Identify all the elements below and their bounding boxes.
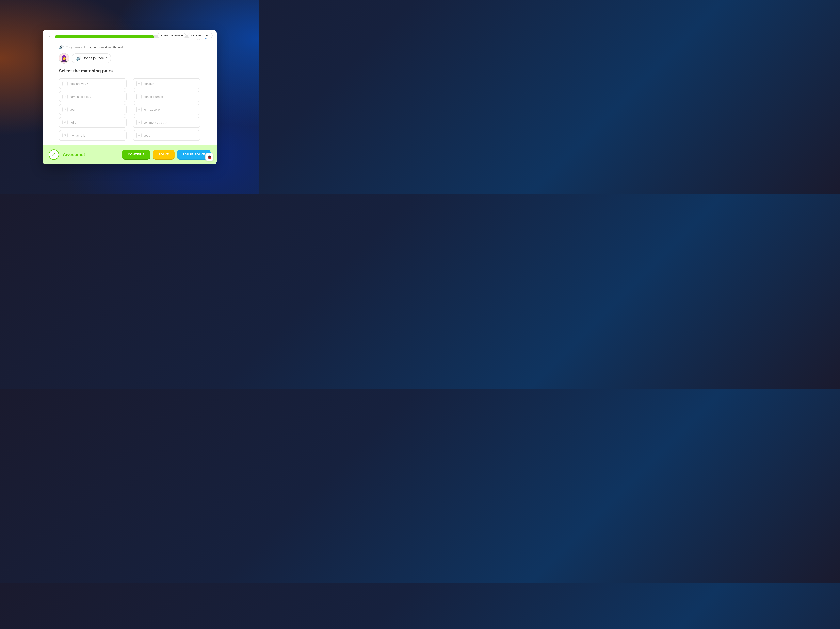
pair-text-5: my name is xyxy=(69,134,85,137)
feedback-section: ✓ Awesome! xyxy=(49,149,85,160)
check-circle: ✓ xyxy=(49,149,59,160)
close-button[interactable]: × xyxy=(47,34,52,39)
pair-num-8: 8 xyxy=(136,107,142,112)
pair-num-1: 1 xyxy=(62,81,68,86)
pair-item-9[interactable]: 9 comment ça va ? xyxy=(133,117,201,128)
pair-text-0: vous xyxy=(144,134,150,137)
narration-text: Eddy panics, turns, and runs down the ai… xyxy=(66,45,125,49)
pair-text-7: bonne journée xyxy=(144,95,163,98)
pair-num-7: 7 xyxy=(136,94,142,99)
pair-num-3: 3 xyxy=(62,107,68,112)
quiz-modal: × ◀ 💙 ∞ 3 Lessons Solved 3 Lessons Left … xyxy=(43,30,217,164)
bug-report-button[interactable]: 🐞 xyxy=(205,153,213,161)
pair-num-2: 2 xyxy=(62,94,68,99)
lessons-solved-badge: 3 Lessons Solved xyxy=(157,33,186,38)
pair-item-5[interactable]: 5 my name is xyxy=(59,130,126,141)
pair-num-5: 5 xyxy=(62,133,68,138)
avatar: 🧕 xyxy=(59,53,69,63)
pair-item-1[interactable]: 1 how are you? xyxy=(59,78,126,89)
solve-button[interactable]: SOLVE xyxy=(153,150,175,160)
lessons-badges: 3 Lessons Solved 3 Lessons Left xyxy=(157,33,213,38)
speech-bubble[interactable]: 🔊 Bonne journée ? xyxy=(72,54,111,63)
pair-item-7[interactable]: 7 bonne journée xyxy=(133,91,201,102)
pair-text-4: hello xyxy=(69,121,76,124)
pair-num-9: 9 xyxy=(136,120,142,125)
pair-item-2[interactable]: 2 have a nice day xyxy=(59,91,126,102)
character-row: 🧕 🔊 Bonne journée ? xyxy=(59,53,201,63)
instruction-text: Select the matching pairs xyxy=(59,68,201,74)
modal-footer: ✓ Awesome! CONTINUE SOLVE PAUSE SOLVE xyxy=(43,145,217,164)
modal-header: × ◀ 💙 ∞ 3 Lessons Solved 3 Lessons Left xyxy=(43,30,217,43)
modal-body: 🔊 Eddy panics, turns, and runs down the … xyxy=(43,43,217,145)
pair-text-2: have a nice day xyxy=(69,95,91,98)
pair-text-3: you xyxy=(69,108,74,111)
pair-item-6[interactable]: 6 bonjour xyxy=(133,78,201,89)
narration-row: 🔊 Eddy panics, turns, and runs down the … xyxy=(59,44,201,49)
progress-bar-fill xyxy=(55,35,154,38)
pair-item-4[interactable]: 4 hello xyxy=(59,117,126,128)
pair-text-8: je m'appelle xyxy=(144,108,160,111)
pair-num-4: 4 xyxy=(62,120,68,125)
bubble-text: Bonne journée ? xyxy=(83,57,106,60)
pair-text-9: comment ça va ? xyxy=(144,121,167,124)
continue-button[interactable]: CONTINUE xyxy=(122,150,150,160)
narration-sound-icon[interactable]: 🔊 xyxy=(59,44,64,49)
pair-num-0: 0 xyxy=(136,133,142,138)
pair-num-6: 6 xyxy=(136,81,142,86)
pair-item-3[interactable]: 3 you xyxy=(59,104,126,115)
pairs-grid: 1 how are you? 6 bonjour 2 have a nice d… xyxy=(59,78,201,141)
pair-text-1: how are you? xyxy=(69,82,88,85)
pair-text-6: bonjour xyxy=(144,82,154,85)
pair-item-0[interactable]: 0 vous xyxy=(133,130,201,141)
buttons-section: CONTINUE SOLVE PAUSE SOLVE xyxy=(122,150,211,160)
pair-item-8[interactable]: 8 je m'appelle xyxy=(133,104,201,115)
bubble-sound-icon[interactable]: 🔊 xyxy=(76,56,81,61)
feedback-text: Awesome! xyxy=(63,152,85,157)
lessons-left-badge: 3 Lessons Left xyxy=(188,33,213,38)
